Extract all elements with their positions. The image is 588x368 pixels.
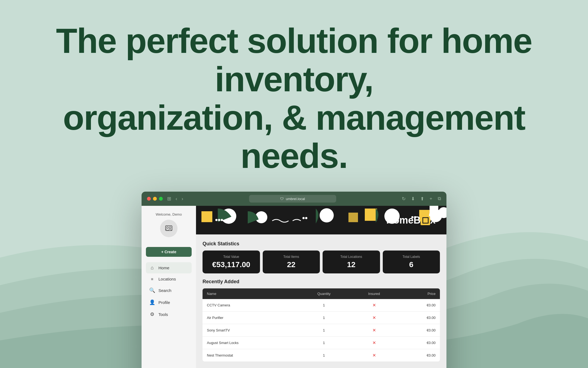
svg-rect-19 (430, 206, 438, 215)
sidebar-item-tools[interactable]: ⚙ Tools (146, 309, 192, 320)
sidebar-item-home-label: Home (158, 266, 169, 270)
reload-button[interactable]: ↻ (402, 196, 406, 202)
svg-rect-1 (167, 227, 168, 228)
cell-name: August Smart Locks (203, 337, 298, 349)
svg-rect-4 (365, 209, 377, 221)
svg-point-15 (302, 217, 305, 219)
sidebar: Welcome, Demo + Create ⌂ Home (142, 206, 196, 368)
svg-point-8 (320, 208, 334, 222)
user-greeting: Welcome, Demo (156, 212, 182, 216)
svg-rect-3 (201, 211, 212, 222)
stat-value-total-labels: 6 (388, 260, 435, 269)
stat-value-total-items: 22 (268, 260, 315, 269)
main-content: HomeB☐x Quick Statistics Total Value €53… (196, 206, 446, 368)
maximize-button[interactable] (159, 197, 163, 201)
cell-name: CCTV Camera (203, 299, 298, 312)
table-row[interactable]: August Smart Locks 1 ✕ €0.00 (203, 337, 440, 349)
table-row[interactable]: Air Purifier 1 ✕ €0.00 (203, 312, 440, 324)
url-display: umbrel.local (286, 197, 305, 201)
table-row[interactable]: Nest Thermostat 1 ✕ €0.00 (203, 349, 440, 362)
stat-card-total-value: Total Value €53,117.00 (203, 251, 260, 273)
cell-price: €0.00 (398, 312, 440, 324)
svg-point-16 (305, 217, 307, 219)
new-tab-button[interactable]: + (430, 196, 432, 201)
not-insured-icon: ✕ (372, 303, 376, 307)
search-icon: 🔍 (149, 287, 155, 293)
sidebar-item-profile[interactable]: 👤 Profile (146, 297, 192, 308)
recently-added-title: Recently Added (203, 279, 440, 285)
cell-price: €0.00 (398, 324, 440, 337)
stat-label-total-labels: Total Labels (388, 255, 435, 259)
sidebar-nav: ⌂ Home ≡ Locations 🔍 Search 👤 Profile ⚙ (146, 262, 192, 321)
table-row[interactable]: CCTV Camera 1 ✕ €0.00 (203, 299, 440, 312)
stat-card-total-labels: Total Labels 6 (383, 251, 440, 273)
not-insured-icon: ✕ (372, 353, 376, 358)
not-insured-icon: ✕ (372, 315, 376, 320)
app-banner: HomeB☐x (196, 206, 446, 234)
stat-card-total-locations: Total Locations 12 (323, 251, 380, 273)
create-button[interactable]: + Create (146, 247, 192, 257)
recently-added-table: Name Quantity Insured Price CCTV Camera … (203, 288, 440, 361)
avatar (160, 220, 177, 237)
cell-price: €0.00 (398, 337, 440, 349)
table-row[interactable]: Sony SmartTV 1 ✕ €0.00 (203, 324, 440, 337)
stat-label-total-value: Total Value (208, 255, 255, 259)
tab-icon[interactable]: ⊞ (167, 196, 171, 202)
profile-icon: 👤 (149, 299, 155, 305)
quick-stats-title: Quick Statistics (203, 241, 440, 247)
sidebar-item-tools-label: Tools (158, 312, 168, 317)
sidebar-item-locations[interactable]: ≡ Locations (146, 274, 192, 284)
stats-grid: Total Value €53,117.00 Total Items 22 To… (203, 251, 440, 273)
cell-insured: ✕ (350, 337, 398, 349)
cell-price: €0.00 (398, 349, 440, 362)
traffic-lights (147, 197, 163, 201)
cell-insured: ✕ (350, 312, 398, 324)
col-header-price: Price (398, 288, 440, 299)
cell-quantity: 1 (298, 312, 350, 324)
stat-card-total-items: Total Items 22 (263, 251, 320, 273)
locations-icon: ≡ (149, 277, 155, 281)
hero-title: The perfect solution for home inventory,… (49, 22, 539, 175)
back-button[interactable]: ‹ (176, 196, 177, 202)
stat-value-total-value: €53,117.00 (208, 260, 255, 269)
shield-icon: 🛡 (280, 197, 284, 201)
tools-icon: ⚙ (149, 311, 155, 317)
svg-point-14 (221, 219, 223, 221)
user-section: Welcome, Demo (146, 212, 192, 242)
minimize-button[interactable] (153, 197, 157, 201)
stat-value-total-locations: 12 (328, 260, 375, 269)
quick-stats-section: Quick Statistics Total Value €53,117.00 … (196, 234, 446, 273)
sidebar-item-home[interactable]: ⌂ Home (146, 262, 192, 273)
cell-insured: ✕ (350, 299, 398, 312)
table-header-row: Name Quantity Insured Price (203, 288, 440, 299)
not-insured-icon: ✕ (372, 340, 376, 345)
forward-button[interactable]: › (182, 196, 183, 202)
cell-name: Air Purifier (203, 312, 298, 324)
address-bar[interactable]: 🛡 umbrel.local (249, 195, 336, 203)
sidebar-item-search-label: Search (158, 288, 171, 293)
download-button[interactable]: ⬇ (411, 196, 415, 202)
close-button[interactable] (147, 197, 151, 201)
col-header-quantity: Quantity (298, 288, 350, 299)
svg-rect-11 (348, 213, 358, 222)
svg-rect-2 (169, 227, 171, 228)
svg-point-12 (215, 219, 218, 221)
stat-label-total-locations: Total Locations (328, 255, 375, 259)
cell-insured: ✕ (350, 324, 398, 337)
col-header-name: Name (203, 288, 298, 299)
sidebar-item-profile-label: Profile (158, 300, 170, 305)
tabs-button[interactable]: ⧉ (438, 196, 441, 201)
cell-quantity: 1 (298, 324, 350, 337)
cell-name: Sony SmartTV (203, 324, 298, 337)
cell-quantity: 1 (298, 299, 350, 312)
col-header-insured: Insured (350, 288, 398, 299)
recently-added-section: Recently Added Name Quantity Insured Pri… (196, 273, 446, 367)
svg-point-13 (218, 219, 220, 221)
share-button[interactable]: ⬆ (420, 196, 424, 202)
hero-section: The perfect solution for home inventory,… (0, 0, 588, 192)
cell-quantity: 1 (298, 349, 350, 362)
sidebar-item-search[interactable]: 🔍 Search (146, 285, 192, 296)
app-content: Welcome, Demo + Create ⌂ Home (142, 206, 446, 368)
browser-window: ⊞ ‹ › 🛡 umbrel.local ↻ ⬇ ⬆ + ⧉ Welcome, … (142, 192, 446, 368)
home-icon: ⌂ (149, 265, 155, 271)
